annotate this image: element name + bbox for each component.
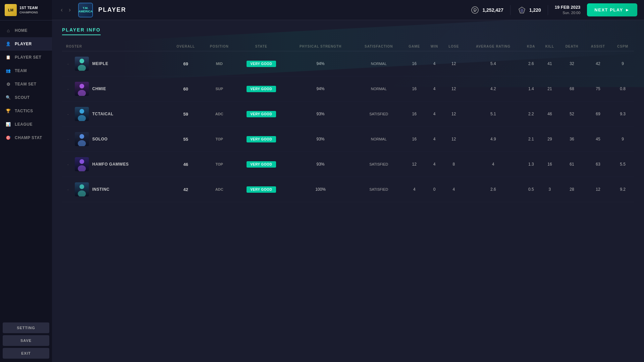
col-overall: OVERALL (169, 42, 202, 51)
player-icon (5, 41, 11, 47)
sidebar-item-team-label: TEAM (15, 68, 27, 73)
player-kda: 1.3 (522, 152, 540, 177)
svg-point-10 (78, 140, 86, 146)
player-position: TOP (202, 127, 236, 152)
player-rank: - (67, 87, 71, 91)
player-name: Hamfo Gamwes (92, 162, 129, 167)
exit-button[interactable]: EXIT (3, 348, 49, 359)
next-play-label: NEXT PLAY (594, 7, 623, 12)
col-assist: ASSIST (585, 42, 611, 51)
sidebar-item-champ-stat[interactable]: CHAMP STAT (0, 131, 52, 144)
table-row[interactable]: - MEIPLE 69 MID VERY GOOD 94% NORMAL 16 … (62, 51, 634, 76)
player-physical-strength: 100% (286, 177, 355, 202)
topbar: ‹ › T.M.AMERICA PLAYER 1,252,427 (52, 0, 644, 20)
player-win: 4 (426, 51, 443, 76)
player-kill: 16 (540, 152, 559, 177)
player-kda: 2.1 (522, 127, 540, 152)
player-death: 61 (559, 152, 584, 177)
svg-point-5 (79, 84, 84, 88)
player-table: ROSTER OVERALL POSITION STATE PHYSICAL S… (62, 42, 634, 202)
col-physical-strength: PHYSICAL STRENGTH (286, 42, 355, 51)
scout-icon (5, 95, 11, 101)
player-lose: 12 (443, 127, 465, 152)
sidebar-item-tactics[interactable]: TACTICS (0, 104, 52, 118)
player-satisfaction: SATISFIED (355, 102, 403, 127)
team-icon (5, 68, 11, 74)
svg-point-4 (78, 65, 86, 71)
player-kill: 29 (540, 127, 559, 152)
player-overall: 55 (169, 127, 202, 152)
col-position: POSITION (202, 42, 236, 51)
table-row[interactable]: - Hamfo Gamwes 46 TOP VERY GOOD 93% SATI… (62, 152, 634, 177)
date-sub: Sun. 20:00 (555, 10, 581, 15)
player-state: VERY GOOD (236, 127, 286, 152)
sidebar-item-scout[interactable]: SCOUT (0, 91, 52, 104)
player-lose: 12 (443, 76, 465, 102)
svg-point-6 (78, 90, 86, 96)
nav-menu: HOME PLAYER PLAYER SET TEAM TEAM SET SCO… (0, 20, 52, 319)
player-rank: - (67, 112, 71, 116)
col-cspm: CSPM (611, 42, 634, 51)
player-physical-strength: 93% (286, 152, 355, 177)
player-average-rating: 4 (465, 152, 522, 177)
player-cspm: 9 (611, 127, 634, 152)
player-game: 4 (403, 177, 426, 202)
player-name: Tctaical (92, 112, 113, 116)
setting-button[interactable]: SETTING (3, 322, 49, 333)
player-win: 4 (426, 102, 443, 127)
player-overall: 60 (169, 76, 202, 102)
section-title: PLAYER INFO (62, 27, 101, 35)
player-rows: - MEIPLE 69 MID VERY GOOD 94% NORMAL 16 … (62, 51, 634, 202)
player-win: 4 (426, 152, 443, 177)
player-avatar (75, 182, 89, 196)
sidebar-item-team-set[interactable]: TEAM SET (0, 77, 52, 91)
svg-point-0 (472, 7, 478, 13)
col-roster: ROSTER (62, 42, 169, 51)
sidebar-item-champ-stat-label: CHAMP STAT (15, 135, 42, 140)
player-assist: 69 (585, 102, 611, 127)
player-lose: 12 (443, 102, 465, 127)
player-kda: 1.4 (522, 76, 540, 102)
sidebar-footer: SETTING SAVE EXIT (0, 319, 52, 362)
forward-button[interactable]: › (67, 6, 73, 14)
sidebar-item-home[interactable]: HOME (0, 24, 52, 37)
sidebar-item-league[interactable]: LEAGUE (0, 118, 52, 131)
svg-point-8 (78, 115, 86, 121)
sidebar-item-team[interactable]: TEAM (0, 64, 52, 77)
table-row[interactable]: - INSTINC 42 ADC VERY GOOD 100% SATISFIE… (62, 177, 634, 202)
svg-point-13 (79, 184, 84, 189)
home-icon (5, 27, 11, 34)
player-cspm: 9.3 (611, 102, 634, 127)
player-physical-strength: 93% (286, 102, 355, 127)
player-assist: 12 (585, 177, 611, 202)
logo-text: 1ST TEAM CHAMPIONS (19, 5, 38, 15)
currency-1-value: 1,252,427 (482, 7, 503, 13)
player-rank: - (67, 62, 71, 66)
player-kill: 21 (540, 76, 559, 102)
back-button[interactable]: ‹ (59, 6, 65, 14)
date-block: 19 FEB 2023 Sun. 20:00 (555, 4, 581, 16)
player-kill: 3 (540, 177, 559, 202)
player-assist: 45 (585, 127, 611, 152)
table-row[interactable]: - CHMIE 60 SUP VERY GOOD 94% NORMAL 16 4… (62, 76, 634, 102)
player-overall: 42 (169, 177, 202, 202)
player-position: MID (202, 51, 236, 76)
separator-2 (548, 5, 548, 15)
player-cspm: 9.2 (611, 177, 634, 202)
currency-2-value: 1,220 (529, 7, 541, 13)
separator-1 (510, 5, 511, 15)
player-name: INSTINC (92, 187, 110, 192)
next-play-button[interactable]: NEXT PLAY ► (587, 3, 637, 16)
save-button[interactable]: SAVE (3, 335, 49, 346)
table-row[interactable]: - SOLOO 55 TOP VERY GOOD 93% NORMAL 16 4… (62, 127, 634, 152)
next-play-arrow-icon: ► (625, 7, 630, 12)
sidebar-item-player[interactable]: PLAYER (0, 37, 52, 51)
player-kill: 41 (540, 51, 559, 76)
table-row[interactable]: - Tctaical 59 ADC VERY GOOD 93% SATISFIE… (62, 102, 634, 127)
logo-icon: LM (5, 4, 17, 16)
player-kda: 0.5 (522, 177, 540, 202)
player-state: VERY GOOD (236, 152, 286, 177)
sidebar-item-player-set[interactable]: PLAYER SET (0, 51, 52, 64)
col-kda: KDA (522, 42, 540, 51)
roster-cell: - MEIPLE (64, 55, 167, 73)
